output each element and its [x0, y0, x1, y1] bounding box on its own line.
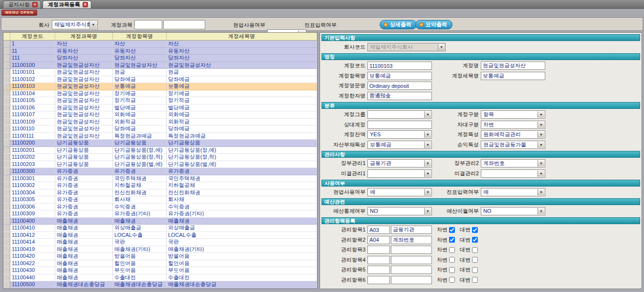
table-row[interactable]: 11100104현금및현금성자산정기예금정기예금: [3, 90, 317, 98]
acct-item-input[interactable]: [367, 72, 432, 80]
account-name-input[interactable]: [163, 20, 205, 29]
table-row[interactable]: 11100107현금및현금성자산외화예금외화예금: [3, 111, 317, 119]
usage-row-1: 현업사용여부 예 ▼ 전표입력여부 예 ▼: [322, 188, 640, 198]
acct-code-input[interactable]: [367, 62, 432, 70]
mgmt-item-name-input[interactable]: [391, 246, 432, 254]
drcr-select[interactable]: 차변 ▼: [481, 121, 545, 129]
mgmt-item-code-input[interactable]: [367, 266, 390, 274]
table-row[interactable]: 1자산자산자산: [3, 41, 317, 48]
tab-account-register[interactable]: 계정과목등록 ×: [43, 0, 91, 8]
table-row[interactable]: 11100414매출채권국판국판: [3, 239, 317, 246]
detail-print-button[interactable]: 상세출력: [380, 20, 417, 29]
column-header[interactable]: 계정과목명: [55, 33, 113, 40]
table-row[interactable]: 11100106현금및현금성자산별단예금별단예금: [3, 104, 317, 112]
table-row[interactable]: 11100200단기금융상품단기금융상품단기금융상품: [3, 140, 317, 147]
table-row[interactable]: 11100302유가증권지하철공채지하철공채: [3, 182, 317, 189]
acct-name-input[interactable]: [481, 62, 545, 70]
asset-char-select[interactable]: 보통예금 ▼: [367, 141, 432, 149]
column-header[interactable]: 계정코드: [10, 33, 55, 40]
budget-control-select[interactable]: NO ▼: [367, 207, 432, 215]
budget-carry-select[interactable]: NO ▼: [481, 207, 545, 215]
credit-checkbox[interactable]: [472, 227, 478, 233]
cell-account-detail: 정기적금: [167, 97, 317, 104]
credit-checkbox[interactable]: [472, 237, 478, 243]
mgmt-item-code-input[interactable]: [367, 256, 390, 264]
table-row[interactable]: 111당좌자산당좌자산당좌자산: [3, 55, 317, 62]
table-row[interactable]: 11100102현금및현금성자산당좌예금당좌예금: [3, 76, 317, 83]
table-row[interactable]: 11100202단기금융상품단기금융상품(정,적)단기금융상품(정,적): [3, 154, 317, 161]
usage-slip-select[interactable]: 예 ▼: [481, 188, 545, 196]
table-row[interactable]: 11100304유가증권전신전화채권전신전화채권: [3, 189, 317, 197]
balance-select[interactable]: YES ▼: [367, 130, 432, 139]
tab-account-register-close-icon[interactable]: ×: [83, 2, 88, 7]
mgmt-item-name-input[interactable]: [391, 226, 432, 234]
table-row[interactable]: 11100400매출채권매출채권매출채권: [3, 218, 317, 225]
table-row[interactable]: 11100305유가증권회사채회사채: [3, 196, 317, 204]
open1-select[interactable]: ▼: [367, 169, 432, 178]
debit-checkbox[interactable]: [449, 277, 455, 283]
cell-account-item: 외화예금: [113, 111, 167, 118]
company-select[interactable]: 제일제지주식회사 ▼: [52, 20, 98, 29]
debit-checkbox[interactable]: [449, 267, 455, 273]
acct-gubun-select[interactable]: 항목 ▼: [481, 110, 545, 119]
counter-acct-input[interactable]: [367, 121, 432, 129]
mgmt-item-name-input[interactable]: [391, 266, 432, 274]
table-row[interactable]: 11100410매출채권외상매출금외상매출금: [3, 225, 317, 232]
table-row[interactable]: 11100101현금및현금성자산현금현금: [3, 69, 317, 76]
table-row[interactable]: 11100109현금및현금성자산외화적금외화적금: [3, 119, 317, 126]
credit-checkbox[interactable]: [472, 277, 478, 283]
mgmt-item-code-input[interactable]: [367, 236, 390, 244]
table-row[interactable]: 11100111현금및현금성자산특정현금과예금특정현금과예금: [3, 133, 317, 140]
usage-field-select[interactable]: 예 ▼: [367, 188, 432, 196]
table-row[interactable]: 11100419매출채권매출채권(기타)매출채권(기타): [3, 246, 317, 253]
cell-account-code: 11100400: [10, 218, 55, 225]
acct-english-input[interactable]: [367, 82, 432, 90]
table-row[interactable]: 11100301유가증권국민주택채권국민주택채권: [3, 175, 317, 183]
menu-open-button[interactable]: MENU OPEN: [1, 10, 37, 16]
table-row[interactable]: 11100306유가증권수익증권수익증권: [3, 204, 317, 211]
acct-group-select[interactable]: ▼: [367, 110, 432, 119]
debit-checkbox[interactable]: [449, 237, 455, 243]
table-row[interactable]: 11100412매출채권LOCAL수출LOCAL수출: [3, 232, 317, 239]
mgmt-item-code-input[interactable]: [367, 246, 390, 254]
table-row[interactable]: 11100422매출채권할인어음할인어음: [3, 260, 317, 268]
book2-select[interactable]: 계좌번호 ▼: [481, 159, 545, 167]
credit-checkbox[interactable]: [472, 267, 478, 273]
mgmt-item-code-input[interactable]: [367, 276, 390, 284]
book1-select[interactable]: 금융기관 ▼: [367, 159, 432, 167]
table-row[interactable]: 11100300유가증권유가증권유가증권: [3, 168, 317, 175]
table-row[interactable]: 11100440매출채권수출대전수출대전: [3, 274, 317, 282]
tab-notice-close-icon[interactable]: ×: [32, 2, 38, 7]
credit-checkbox[interactable]: [472, 247, 478, 253]
mgmt-item-name-input[interactable]: [391, 276, 432, 284]
open2-select[interactable]: ▼: [481, 169, 545, 178]
table-row[interactable]: 11유동자산유동자산유동자산: [3, 48, 317, 55]
table-row[interactable]: 11100420매출채권받을어음받을어음: [3, 253, 317, 260]
table-row[interactable]: 11100110현금및현금성자산당좌예금당좌예금: [3, 125, 317, 133]
debit-checkbox[interactable]: [449, 227, 455, 233]
summary-print-button[interactable]: 요약출력: [415, 20, 452, 29]
debit-checkbox[interactable]: [449, 257, 455, 263]
table-row[interactable]: 11100430매출채권부도어음부도어음: [3, 267, 317, 274]
mgmt-item-code-input[interactable]: [367, 226, 390, 234]
table-row[interactable]: 11100100현금및현금성자산현금및현금성자산현금및현금성자산: [3, 62, 317, 69]
table-row[interactable]: 11100500매출채권대손충당금매출채권대손충당금매출채권대손충당금: [3, 281, 317, 289]
acct-detail-input[interactable]: [481, 72, 545, 80]
account-code-input[interactable]: [134, 20, 162, 29]
tab-notice[interactable]: 공지사항 ×: [3, 0, 41, 8]
mgmt-item-name-input[interactable]: [391, 236, 432, 244]
pl-char-select[interactable]: 현금및현금등가물 ▼: [481, 141, 545, 149]
table-row[interactable]: 11100201단기금융상품단기금융상품(정,예)단기금융상품(정,예): [3, 147, 317, 154]
column-header[interactable]: 계정세목명: [167, 33, 317, 40]
character-select[interactable]: 원화예적금관리 ▼: [481, 130, 545, 139]
column-header[interactable]: 계정항목명: [113, 33, 167, 40]
table-row[interactable]: 11100203단기금융상품단기금융상품(별,예)단기금융상품(별,예): [3, 161, 317, 168]
cell-account-name: 자산: [55, 41, 113, 47]
table-row[interactable]: 11100105현금및현금성자산정기적금정기적금: [3, 97, 317, 104]
table-row[interactable]: 11100103현금및현금성자산보통예금보통예금: [3, 83, 317, 90]
credit-checkbox[interactable]: [472, 257, 478, 263]
table-row[interactable]: 11100309유가증권유가증권(기타)유가증권(기타): [3, 210, 317, 218]
mgmt-item-name-input[interactable]: [391, 256, 432, 264]
acct-hanja-input[interactable]: [367, 92, 432, 100]
debit-checkbox[interactable]: [449, 247, 455, 253]
